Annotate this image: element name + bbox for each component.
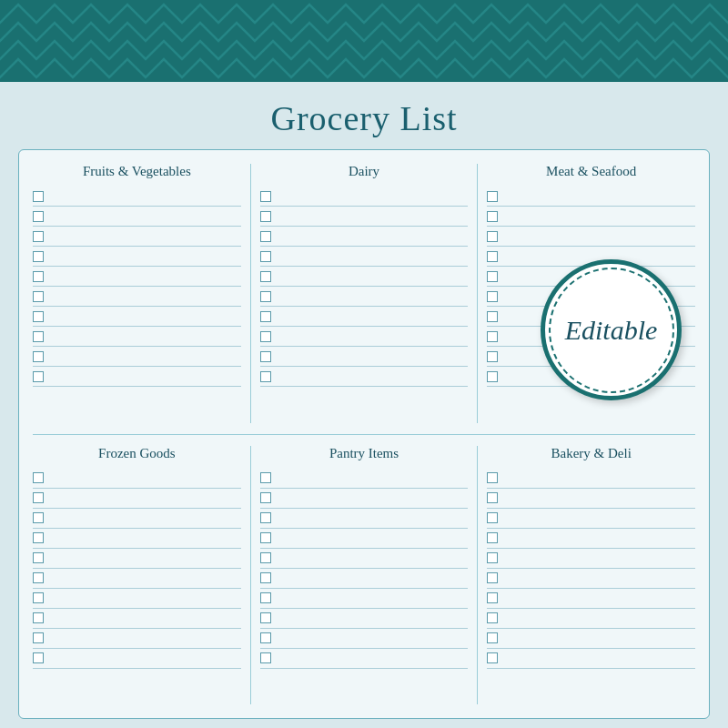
checkbox[interactable]: [487, 351, 498, 362]
list-item[interactable]: [33, 267, 241, 287]
checkbox[interactable]: [487, 592, 498, 603]
checkbox[interactable]: [33, 592, 44, 603]
checkbox[interactable]: [33, 311, 44, 322]
list-item[interactable]: [487, 469, 695, 489]
checkbox[interactable]: [487, 492, 498, 503]
checkbox[interactable]: [33, 291, 44, 302]
checkbox[interactable]: [33, 271, 44, 282]
list-item[interactable]: [33, 247, 241, 267]
checkbox[interactable]: [33, 371, 44, 382]
list-item[interactable]: [487, 207, 695, 227]
checkbox[interactable]: [487, 191, 498, 202]
list-item[interactable]: [33, 367, 241, 387]
checkbox[interactable]: [260, 652, 271, 663]
checkbox[interactable]: [260, 572, 271, 583]
list-item[interactable]: [33, 207, 241, 227]
list-item[interactable]: [260, 629, 469, 649]
checkbox[interactable]: [487, 532, 498, 543]
list-item[interactable]: [33, 589, 241, 609]
list-item[interactable]: [33, 489, 241, 509]
list-item[interactable]: [33, 347, 241, 367]
list-item[interactable]: [33, 327, 241, 347]
list-item[interactable]: [33, 227, 241, 247]
list-item[interactable]: [260, 187, 469, 207]
list-item[interactable]: [260, 267, 469, 287]
list-item[interactable]: [260, 589, 469, 609]
checkbox[interactable]: [487, 472, 498, 483]
list-item[interactable]: [33, 549, 241, 569]
checkbox[interactable]: [33, 632, 44, 643]
checkbox[interactable]: [260, 331, 271, 342]
checkbox[interactable]: [260, 311, 271, 322]
list-item[interactable]: [260, 509, 469, 529]
list-item[interactable]: [487, 187, 695, 207]
checkbox[interactable]: [487, 211, 498, 222]
checkbox[interactable]: [487, 251, 498, 262]
checkbox[interactable]: [487, 331, 498, 342]
checkbox[interactable]: [33, 512, 44, 523]
checkbox[interactable]: [33, 472, 44, 483]
checkbox[interactable]: [487, 612, 498, 623]
list-item[interactable]: [260, 347, 469, 367]
list-item[interactable]: [487, 509, 695, 529]
checkbox[interactable]: [33, 492, 44, 503]
checkbox[interactable]: [260, 532, 271, 543]
list-item[interactable]: [260, 327, 469, 347]
list-item[interactable]: [33, 187, 241, 207]
checkbox[interactable]: [33, 331, 44, 342]
list-item[interactable]: [260, 549, 469, 569]
checkbox[interactable]: [487, 512, 498, 523]
list-item[interactable]: [33, 569, 241, 589]
checkbox[interactable]: [260, 492, 271, 503]
list-item[interactable]: [487, 649, 695, 669]
checkbox[interactable]: [33, 652, 44, 663]
list-item[interactable]: [33, 529, 241, 549]
checkbox[interactable]: [260, 291, 271, 302]
checkbox[interactable]: [487, 552, 498, 563]
list-item[interactable]: [33, 609, 241, 629]
checkbox[interactable]: [260, 512, 271, 523]
list-item[interactable]: [33, 469, 241, 489]
checkbox[interactable]: [260, 371, 271, 382]
list-item[interactable]: [33, 509, 241, 529]
checkbox[interactable]: [487, 291, 498, 302]
list-item[interactable]: [487, 529, 695, 549]
list-item[interactable]: [260, 227, 469, 247]
list-item[interactable]: [487, 589, 695, 609]
checkbox[interactable]: [33, 351, 44, 362]
checkbox[interactable]: [487, 271, 498, 282]
checkbox[interactable]: [33, 572, 44, 583]
list-item[interactable]: [487, 549, 695, 569]
checkbox[interactable]: [260, 191, 271, 202]
checkbox[interactable]: [33, 211, 44, 222]
checkbox[interactable]: [487, 311, 498, 322]
checkbox[interactable]: [260, 612, 271, 623]
list-item[interactable]: [260, 307, 469, 327]
checkbox[interactable]: [487, 652, 498, 663]
checkbox[interactable]: [33, 191, 44, 202]
checkbox[interactable]: [487, 231, 498, 242]
list-item[interactable]: [260, 489, 469, 509]
list-item[interactable]: [487, 569, 695, 589]
list-item[interactable]: [33, 307, 241, 327]
checkbox[interactable]: [33, 532, 44, 543]
list-item[interactable]: [260, 367, 469, 387]
list-item[interactable]: [487, 609, 695, 629]
list-item[interactable]: [260, 469, 469, 489]
checkbox[interactable]: [33, 612, 44, 623]
checkbox[interactable]: [260, 552, 271, 563]
list-item[interactable]: [260, 247, 469, 267]
list-item[interactable]: [260, 529, 469, 549]
list-item[interactable]: [487, 227, 695, 247]
checkbox[interactable]: [260, 251, 271, 262]
checkbox[interactable]: [260, 211, 271, 222]
list-item[interactable]: [33, 287, 241, 307]
list-item[interactable]: [260, 649, 469, 669]
checkbox[interactable]: [487, 632, 498, 643]
checkbox[interactable]: [260, 632, 271, 643]
checkbox[interactable]: [487, 572, 498, 583]
checkbox[interactable]: [33, 231, 44, 242]
list-item[interactable]: [487, 489, 695, 509]
list-item[interactable]: [260, 207, 469, 227]
checkbox[interactable]: [260, 231, 271, 242]
